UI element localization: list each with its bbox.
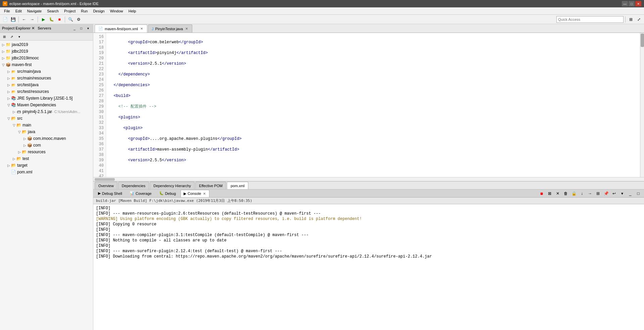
tree-item-jdbc2019[interactable]: ▷ 📁 jdbc2019 <box>0 48 93 55</box>
tree-toggle-src[interactable]: ▽ <box>7 116 11 120</box>
console-stop-btn[interactable]: ■ <box>538 190 545 197</box>
sidebar-maximize-btn[interactable]: □ <box>78 25 84 32</box>
tree-toggle-jdbc2019[interactable]: ▷ <box>1 49 5 53</box>
tb-run[interactable]: ▶ <box>40 16 47 23</box>
console-remove-btn[interactable]: ✕ <box>554 190 561 197</box>
console-tab-coverage[interactable]: 📊 Coverage <box>127 190 154 197</box>
menu-navigate[interactable]: Navigate <box>24 8 44 14</box>
tree-toggle-jdbc2019imooc[interactable]: ▷ <box>1 56 5 60</box>
menu-design[interactable]: Design <box>90 8 107 14</box>
tree-item-com-imooc-maven[interactable]: ▷ 📦 com.imooc.maven <box>0 135 93 142</box>
menu-edit[interactable]: Edit <box>13 8 24 14</box>
tab-effective-pom[interactable]: Effective POM <box>195 182 226 189</box>
tab-pom-close[interactable]: ✕ <box>140 27 144 31</box>
tree-toggle-resources[interactable]: ▷ <box>17 150 21 154</box>
tree-item-jdbc2019imooc[interactable]: ▷ 📁 jdbc2019imooc <box>0 55 93 61</box>
console-tab-debug[interactable]: 🐛 Debug <box>156 190 179 197</box>
tree-item-pom-xml[interactable]: 📄 pom.xml <box>0 169 93 175</box>
console-pin-btn[interactable]: 📌 <box>602 190 610 197</box>
tb-stop[interactable]: ■ <box>56 16 63 23</box>
tree-item-src[interactable]: ▽ 📂 src <box>0 115 93 122</box>
tree-label-maven-dependencies: Maven Dependencies <box>17 103 56 107</box>
tab-dependency-hierarchy[interactable]: Dependency Hierarchy <box>150 182 195 189</box>
tree-toggle-test[interactable]: ▷ <box>12 157 16 161</box>
menu-file[interactable]: File <box>1 8 13 14</box>
console-tab-console[interactable]: ▶ Console ✕ <box>181 190 209 197</box>
sidebar-collapse-btn[interactable]: ⊞ <box>1 34 7 40</box>
tb-search[interactable]: 🔍 <box>67 16 74 23</box>
tree-item-pinyin4j-jar[interactable]: ▷ 🗃 pinyin4j-2.5.1.jar - C:\Users\Adm... <box>0 108 93 115</box>
tree-item-java[interactable]: ▽ 📂 java <box>0 128 93 135</box>
tree-toggle-target[interactable]: ▷ <box>7 163 11 167</box>
menu-window[interactable]: Window <box>107 8 126 14</box>
tree-toggle-com-imooc-maven[interactable]: ▷ <box>23 136 27 141</box>
console-tab-debug-shell[interactable]: ▶ Debug Shell <box>95 190 125 197</box>
console-clear-btn[interactable]: 🗑 <box>562 190 569 197</box>
tree-item-com[interactable]: ▷ 📦 com <box>0 142 93 149</box>
tree-toggle-src-main-resources[interactable]: ▷ <box>7 76 11 80</box>
tree-item-maven-first[interactable]: ▽ 📦 maven-first <box>0 61 93 68</box>
sidebar-link-btn[interactable]: ⇗ <box>9 34 15 40</box>
menu-search[interactable]: Search <box>44 8 61 14</box>
tree-toggle-main[interactable]: ▽ <box>12 123 16 127</box>
console-minimize-btn[interactable]: _ <box>627 190 634 197</box>
sidebar-filter-btn[interactable]: ▾ <box>16 34 22 40</box>
console-menu-btn[interactable]: ▾ <box>618 190 626 197</box>
console-word-wrap-btn[interactable]: ↩ <box>610 190 618 197</box>
tree-toggle-java2019[interactable]: ▷ <box>1 43 5 47</box>
tree-item-maven-dependencies[interactable]: ▽ 📚 Maven Dependencies <box>0 102 93 108</box>
tree-toggle-maven-dependencies[interactable]: ▽ <box>7 103 11 107</box>
console-terminate-btn[interactable]: ⊠ <box>546 190 553 197</box>
tree-toggle-src-test-resources[interactable]: ▷ <box>7 90 11 94</box>
tb-maximize[interactable]: ⤢ <box>635 16 643 23</box>
menu-run[interactable]: Run <box>78 8 90 14</box>
tree-toggle-jre-library[interactable]: ▷ <box>7 96 11 100</box>
tb-back[interactable]: ← <box>20 16 28 23</box>
tree-toggle-com[interactable]: ▷ <box>23 143 27 147</box>
tree-item-main[interactable]: ▽ 📂 main <box>0 122 93 128</box>
tree-item-test[interactable]: ▷ 📂 test <box>0 155 93 162</box>
tree-toggle-java[interactable]: ▽ <box>17 130 21 134</box>
console-close-btn[interactable]: ✕ <box>202 191 206 196</box>
tab-pom-xml-source[interactable]: pom.xml <box>227 182 248 189</box>
tree-item-src-main-resources[interactable]: ▷ 📂 src/main/resources <box>0 75 93 81</box>
close-button[interactable]: ✕ <box>635 1 641 6</box>
console-maximize-btn[interactable]: □ <box>635 190 642 197</box>
tab-overview[interactable]: Overview <box>95 182 117 189</box>
tb-debug[interactable]: 🐛 <box>48 16 55 23</box>
tb-perspectives[interactable]: ⊞ <box>627 16 635 23</box>
sidebar-minimize-btn[interactable]: _ <box>71 25 78 32</box>
code-content[interactable]: <groupId>com.belerweb</groupId> <artifac… <box>106 33 640 177</box>
tb-forward[interactable]: → <box>29 16 36 23</box>
tree-item-jre-library[interactable]: ▷ 📚 JRE System Library [J2SE-1.5] <box>0 95 93 102</box>
tree-item-target[interactable]: ▷ 📂 target <box>0 162 93 169</box>
tab-pinyin-close[interactable]: ✕ <box>185 27 189 31</box>
console-scroll-end-btn[interactable]: ↓ <box>578 190 586 197</box>
tree-item-resources[interactable]: ▷ 📂 resources <box>0 149 93 155</box>
tree-item-src-test-java[interactable]: ▷ 📂 src/test/java <box>0 81 93 88</box>
tree-toggle-src-main-java[interactable]: ▷ <box>7 69 11 73</box>
tab-dependencies[interactable]: Dependencies <box>118 182 149 189</box>
minimize-button[interactable]: — <box>622 1 628 6</box>
editor-scrollbar[interactable] <box>640 33 644 177</box>
console-scroll-lock-btn[interactable]: 🔒 <box>570 190 578 197</box>
tb-new[interactable]: 📄 <box>1 16 9 23</box>
sidebar-menu-btn[interactable]: ▾ <box>85 25 91 32</box>
tree-item-src-test-resources[interactable]: ▷ 📂 src/test/resources <box>0 88 93 95</box>
tree-toggle-src-test-java[interactable]: ▷ <box>7 83 11 87</box>
tab-pinyin-testor[interactable]: J PinyinTestor.java ✕ <box>148 24 192 33</box>
console-open-console-btn[interactable]: ⊞ <box>594 190 602 197</box>
maximize-button[interactable]: □ <box>629 1 635 6</box>
tree-item-src-main-java[interactable]: ▷ 📂 src/main/java <box>0 68 93 75</box>
tab-pom-xml[interactable]: 📄 maven-first/pom.xml ✕ <box>95 24 147 33</box>
quick-access-input[interactable] <box>556 16 624 23</box>
tree-item-java2019[interactable]: ▷ 📁 java2019 <box>0 41 93 48</box>
tree-toggle-pinyin4j[interactable]: ▷ <box>12 110 16 114</box>
tb-settings[interactable]: ⚙ <box>75 16 82 23</box>
menu-project[interactable]: Project <box>61 8 78 14</box>
console-next-btn[interactable]: → <box>586 190 594 197</box>
tb-save[interactable]: 💾 <box>9 16 17 23</box>
editor-scrollbar-h[interactable] <box>93 177 644 181</box>
tree-toggle-maven-first[interactable]: ▽ <box>1 63 5 67</box>
menu-help[interactable]: Help <box>126 8 139 14</box>
